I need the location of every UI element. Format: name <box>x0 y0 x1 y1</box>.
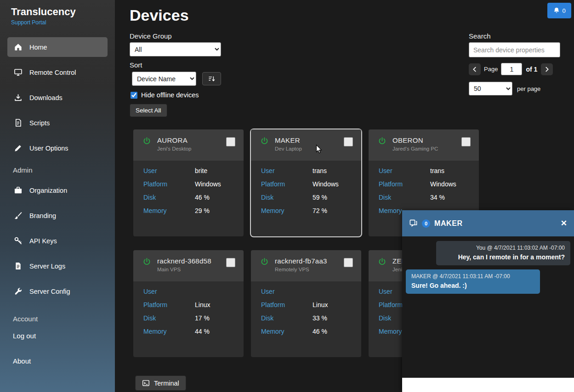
field-label-disk: Disk <box>379 193 430 202</box>
sidebar-item-label: Server Logs <box>29 263 65 270</box>
at-separator: @ <box>432 273 438 280</box>
sidebar-item-remote-control[interactable]: Remote Control <box>7 62 108 82</box>
device-card-body: User PlatformLinux Disk17 % Memory44 % <box>133 281 244 336</box>
field-value-user: trans <box>313 167 327 175</box>
chat-message: You @ 4/7/2021 11:03:02 AM -07:00 Hey, c… <box>436 241 570 265</box>
sidebar-item-label: Scripts <box>29 119 50 127</box>
chat-header: 0 MAKER ✕ <box>402 210 574 236</box>
device-alias: Jeni's Desktop <box>157 146 191 151</box>
script-icon <box>14 118 23 127</box>
device-card: MAKER Dev Laptop Usertrans PlatformWindo… <box>251 129 361 236</box>
device-checkbox[interactable] <box>344 137 353 146</box>
sidebar-item-label: Downloads <box>29 94 63 101</box>
device-checkbox[interactable] <box>226 258 235 267</box>
monitor-icon <box>14 68 23 77</box>
device-card-header: MAKER Dev Laptop <box>251 129 361 161</box>
sidebar-item-organization[interactable]: Organization <box>7 180 108 200</box>
device-group-select[interactable]: All <box>130 42 221 56</box>
sidebar-item-server-logs[interactable]: Server Logs <box>7 256 108 276</box>
page-title: Devices <box>130 6 189 24</box>
chevron-left-icon <box>472 66 478 73</box>
field-value-memory: 44 % <box>195 327 210 336</box>
field-label-platform: Platform <box>261 180 313 189</box>
device-checkbox[interactable] <box>344 258 353 267</box>
support-portal-link[interactable]: Support Portal <box>11 19 46 26</box>
device-checkbox[interactable] <box>226 137 235 146</box>
device-card-body: Usertrans PlatformWindows Disk34 % Memor… <box>369 161 479 215</box>
device-card-body: Usertrans PlatformWindows Disk59 % Memor… <box>251 161 361 215</box>
sidebar-item-downloads[interactable]: Downloads <box>7 88 108 107</box>
message-text: Sure! Go ahead. :) <box>411 282 534 289</box>
about-link[interactable]: About <box>7 354 108 368</box>
device-card-body: Userbrite PlatformWindows Disk46 % Memor… <box>133 161 244 215</box>
field-value-platform: Windows <box>195 180 221 189</box>
sidebar-item-label: Server Config <box>29 288 70 295</box>
next-page-button[interactable] <box>541 63 553 75</box>
message-sender: MAKER <box>411 273 431 280</box>
device-alias: Jared's Gaming PC <box>392 146 438 151</box>
field-label-platform: Platform <box>261 301 313 309</box>
sidebar-item-user-options[interactable]: User Options <box>7 138 108 158</box>
device-group-label: Device Group <box>130 32 172 40</box>
device-name: racknerd-368d58 <box>157 257 211 265</box>
sort-label: Sort <box>130 61 142 69</box>
sidebar-item-branding[interactable]: Branding <box>7 206 108 225</box>
field-label-disk: Disk <box>143 193 195 202</box>
field-value-disk: 17 % <box>195 314 210 323</box>
device-card-header: racknerd-fb7aa3 Remotely VPS <box>251 250 361 281</box>
field-value-user: trans <box>430 167 444 175</box>
notification-button[interactable]: 0 <box>547 3 571 18</box>
sort-select[interactable]: Device Name <box>132 72 196 86</box>
paintbrush-icon <box>14 211 23 220</box>
app-title: Translucency <box>11 6 104 18</box>
prev-page-button[interactable] <box>469 63 481 75</box>
select-all-button[interactable]: Select All <box>130 104 167 117</box>
search-label: Search <box>469 32 560 40</box>
sidebar-item-scripts[interactable]: Scripts <box>7 113 108 133</box>
chat-input[interactable] <box>402 378 574 392</box>
notification-count: 0 <box>562 7 565 14</box>
sidebar-item-server-config[interactable]: Server Config <box>7 281 108 301</box>
sidebar-item-home[interactable]: Home <box>7 37 108 57</box>
per-page-label: per page <box>517 85 540 92</box>
logout-link[interactable]: Log out <box>7 329 108 342</box>
per-page-select[interactable]: 50 <box>469 82 512 95</box>
sidebar-nav: Home Remote Control Downloads Scripts Us… <box>0 30 115 368</box>
field-value-disk: 59 % <box>313 193 327 202</box>
device-name: MAKER <box>275 136 302 144</box>
chat-close-button[interactable]: ✕ <box>561 219 567 227</box>
sidebar-item-api-keys[interactable]: API Keys <box>7 231 108 251</box>
pencil-icon <box>14 144 23 152</box>
power-icon <box>142 137 151 146</box>
device-alias: Remotely VPS <box>275 267 327 272</box>
field-value-memory: 46 % <box>313 327 327 336</box>
field-value-memory: 72 % <box>313 207 327 215</box>
at-separator: @ <box>487 245 493 251</box>
sort-direction-button[interactable] <box>202 72 221 85</box>
hide-offline-checkbox[interactable] <box>131 92 137 99</box>
per-page-row: 50 per page <box>469 82 560 95</box>
sidebar-item-label: API Keys <box>29 237 57 245</box>
key-icon <box>14 236 23 245</box>
home-icon <box>14 43 23 51</box>
page-input[interactable] <box>501 63 522 75</box>
field-label-disk: Disk <box>261 193 313 202</box>
field-value-disk: 34 % <box>430 193 445 202</box>
admin-section-label: Admin <box>7 163 108 180</box>
field-value-platform: Windows <box>313 180 339 189</box>
field-label-disk: Disk <box>261 314 313 323</box>
search-input[interactable] <box>469 42 560 57</box>
field-value-platform: Linux <box>313 301 328 309</box>
device-checkbox[interactable] <box>461 137 471 146</box>
hide-offline-label: Hide offline devices <box>141 91 199 99</box>
power-icon <box>260 137 269 146</box>
device-name: OBERON <box>392 136 438 144</box>
terminal-button[interactable]: Terminal <box>135 375 186 391</box>
device-card: racknerd-fb7aa3 Remotely VPS User Platfo… <box>251 250 361 357</box>
device-name: racknerd-fb7aa3 <box>275 257 327 265</box>
message-text: Hey, can I remote in for a moment? <box>442 253 565 261</box>
sidebar-item-label: Home <box>29 44 47 51</box>
device-card-header: OBERON Jared's Gaming PC <box>369 129 479 161</box>
field-value-user: brite <box>195 167 207 175</box>
device-card: AURORA Jeni's Desktop Userbrite Platform… <box>133 129 244 236</box>
